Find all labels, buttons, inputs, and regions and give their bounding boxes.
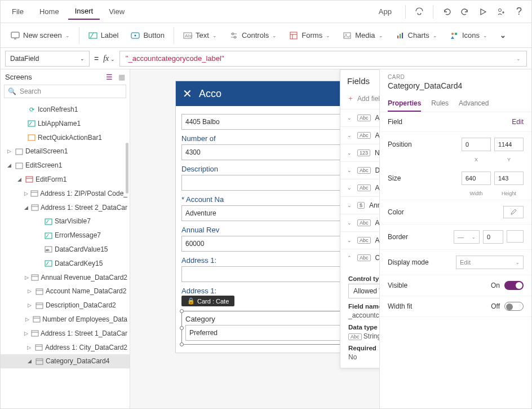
app-dropdown[interactable]: App [371, 4, 400, 19]
svg-rect-30 [31, 191, 38, 196]
tree-item[interactable]: ▷Address 1: ZIP/Postal Code_ [1, 187, 130, 201]
search-icon: 🔍 [8, 87, 16, 95]
controls-dropdown[interactable]: Controls⌄ [224, 28, 282, 43]
field-row-expanded[interactable]: ⌃AbcCategory ⋯ [340, 249, 379, 266]
field-row[interactable]: ⌄AbcAddress 1: Street 2 [340, 214, 379, 231]
tree-item[interactable]: ◢EditForm1 [1, 173, 130, 187]
tree-item[interactable]: LblAppName1 [1, 117, 130, 131]
svg-rect-16 [344, 33, 351, 38]
card-title: Category_DataCard4 [380, 80, 531, 96]
redo-icon[interactable] [457, 4, 473, 20]
close-icon[interactable]: ✕ [183, 87, 192, 100]
svg-text:ab: ab [46, 248, 50, 252]
tab-advanced[interactable]: Advanced [459, 96, 489, 112]
properties-panel: CARD Category_DataCard4 Properties Rules… [379, 69, 531, 409]
field-row[interactable]: ⌄AbcAddress 1: ZIP/Postal Code [340, 231, 379, 249]
tree-item[interactable]: StarVisible7 [1, 214, 130, 228]
canvas[interactable]: ✕ Acco 4405 Balbo Number of4300 Descript… [130, 69, 379, 409]
new-screen-button[interactable]: New screen ⌄ [5, 28, 76, 43]
tree-item[interactable]: DataCardKey15 [1, 257, 130, 271]
tree-item[interactable]: RectQuickActionBar1 [1, 131, 130, 145]
formula-input[interactable]: "_accountcategorycode_label"⌄ [119, 51, 527, 67]
tree-item[interactable]: ErrorMessage7 [1, 228, 130, 243]
share-icon[interactable] [493, 4, 509, 20]
svg-rect-52 [36, 345, 42, 350]
tree-view-icon[interactable]: ☰ [106, 73, 113, 81]
svg-rect-42 [32, 275, 38, 280]
tree-item[interactable]: ◢Address 1: Street 2_DataCar [1, 201, 130, 215]
tree-item[interactable]: ⟳IconRefresh1 [1, 103, 130, 117]
tab-rules[interactable]: Rules [431, 96, 449, 112]
undo-icon[interactable] [439, 4, 455, 20]
equals-sign: = [94, 54, 99, 63]
svg-rect-19 [400, 34, 401, 38]
border-style-select[interactable]: —⌄ [454, 230, 480, 244]
menu-view[interactable]: View [102, 4, 131, 19]
height-input[interactable]: 143 [494, 171, 524, 185]
overflow-icon[interactable]: ⌄ [494, 28, 512, 43]
media-dropdown[interactable]: Media⌄ [337, 28, 388, 43]
tab-properties[interactable]: Properties [388, 96, 421, 112]
svg-rect-54 [36, 359, 43, 364]
svg-rect-23 [28, 121, 35, 126]
svg-rect-46 [36, 303, 43, 309]
fields-title: Fields [347, 76, 370, 86]
field-row[interactable]: ⌄123Number of Employees [340, 144, 379, 161]
plus-icon: ＋ [347, 94, 354, 103]
menu-file[interactable]: File [5, 4, 30, 19]
help-icon[interactable]: ? [511, 4, 527, 20]
tree-item[interactable]: ▷Account Name_DataCard2 [1, 284, 130, 298]
width-input[interactable]: 640 [462, 171, 491, 185]
pos-x-input[interactable]: 0 [462, 138, 491, 151]
menu-home[interactable]: Home [33, 4, 66, 19]
tree-item[interactable]: abDataCardValue15 [1, 243, 130, 257]
svg-rect-26 [16, 149, 23, 155]
controls-icon [229, 31, 238, 40]
search-input[interactable]: 🔍 Search [4, 85, 126, 98]
charts-dropdown[interactable]: Charts⌄ [390, 28, 443, 43]
thumb-view-icon[interactable]: ▦ [118, 73, 125, 81]
tree-item[interactable]: ▷Address 1: Street 1_DataCar [1, 327, 130, 341]
svg-line-35 [46, 220, 48, 223]
text-icon: Abc [183, 31, 192, 40]
edit-field-link[interactable]: Edit [512, 118, 524, 126]
visible-toggle[interactable] [504, 281, 524, 290]
color-picker[interactable] [503, 206, 524, 218]
menu-insert[interactable]: Insert [68, 3, 100, 20]
svg-point-6 [135, 34, 136, 36]
border-width-input[interactable]: 0 [483, 230, 503, 244]
card-type-label: CARD [380, 74, 531, 80]
field-details: Control type Allowed Values⌄ Field name … [340, 266, 379, 368]
svg-rect-32 [32, 205, 38, 210]
field-row[interactable]: ⌄AbcAddress 1: City [340, 109, 379, 126]
tree-item-selected[interactable]: ◢Category_DataCard4 [1, 354, 130, 368]
pos-y-input[interactable]: 1144 [494, 138, 524, 151]
icons-dropdown[interactable]: Icons⌄ [444, 28, 493, 43]
svg-rect-44 [36, 289, 43, 294]
add-field-button[interactable]: ＋Add field [347, 94, 379, 103]
width-fit-toggle[interactable] [504, 302, 524, 311]
checker-icon[interactable] [411, 4, 427, 20]
property-selector[interactable]: DataField⌄ [5, 51, 90, 67]
tree-item[interactable]: ▷Description_DataCard2 [1, 298, 130, 313]
border-color-picker[interactable] [507, 230, 524, 243]
tree-item[interactable]: ▷DetailScreen1 [1, 144, 130, 159]
display-mode-select[interactable]: Edit⌄ [456, 256, 524, 269]
label-button[interactable]: Label [83, 28, 125, 43]
play-icon[interactable] [475, 4, 491, 20]
field-row[interactable]: ⌄AbcDescription [340, 161, 379, 179]
forms-dropdown[interactable]: Forms⌄ [283, 28, 336, 43]
text-dropdown[interactable]: Abc Text⌄ [178, 28, 223, 43]
svg-line-24 [29, 122, 32, 125]
tree-item[interactable]: ▷Number of Employees_Data [1, 313, 130, 327]
scrollbar[interactable] [126, 143, 128, 193]
fx-icon[interactable]: fх ⌄ [103, 54, 115, 63]
tree-item[interactable]: ▷Annual Revenue_DataCard2 [1, 271, 130, 285]
field-row[interactable]: ⌄AbcAccount Name [340, 179, 379, 196]
button-button[interactable]: Button [125, 28, 170, 43]
field-row[interactable]: ⌄AbcAddress 1: Street 1 [340, 126, 379, 144]
tree-item[interactable]: ▷Address 1: City_DataCard2 [1, 341, 130, 355]
control-type-select[interactable]: Allowed Values⌄ [348, 284, 379, 298]
tree-item[interactable]: ◢EditScreen1 [1, 159, 130, 173]
field-row[interactable]: ⌄$Annual Revenue [340, 196, 379, 214]
